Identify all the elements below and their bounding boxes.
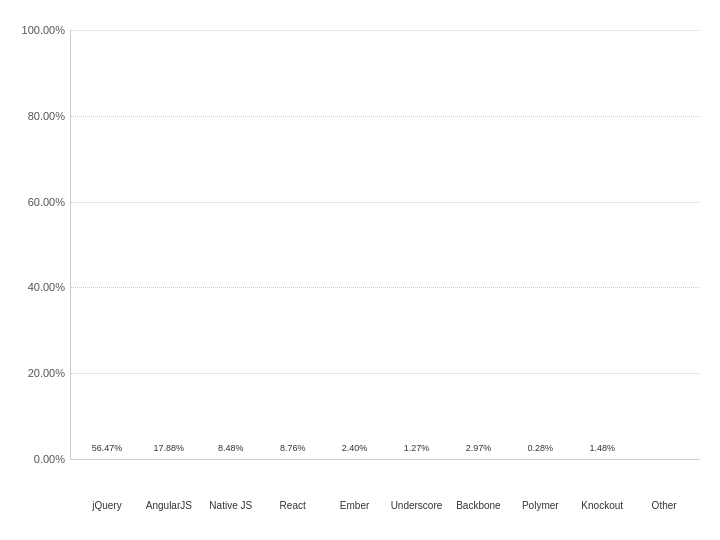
bar-value-label: 8.76% xyxy=(280,443,306,453)
x-axis-label: Polymer xyxy=(522,500,559,511)
y-axis-label: 80.00% xyxy=(28,110,71,122)
x-axis-label: AngularJS xyxy=(146,500,192,511)
bar-value-label: 2.97% xyxy=(466,443,492,453)
x-axis-label: jQuery xyxy=(92,500,121,511)
bars-container: 56.47%jQuery17.88%AngularJS8.48%Native J… xyxy=(71,30,700,459)
y-axis-label: 100.00% xyxy=(22,24,71,36)
bar-value-label: 0.28% xyxy=(528,443,554,453)
x-axis-label: Knockout xyxy=(581,500,623,511)
bar-value-label: 56.47% xyxy=(92,443,123,453)
y-axis-label: 40.00% xyxy=(28,281,71,293)
y-axis-label: 60.00% xyxy=(28,196,71,208)
bar-value-label: 2.40% xyxy=(342,443,368,453)
bar-value-label: 17.88% xyxy=(154,443,185,453)
x-axis-label: Native JS xyxy=(209,500,252,511)
chart-area: 100.00%80.00%60.00%40.00%20.00%0.00%56.4… xyxy=(70,30,700,460)
chart-container: 100.00%80.00%60.00%40.00%20.00%0.00%56.4… xyxy=(0,0,720,540)
bar-value-label: 8.48% xyxy=(218,443,244,453)
x-axis-label: React xyxy=(280,500,306,511)
grid-line xyxy=(71,459,700,460)
bar-value-label: 1.48% xyxy=(589,443,615,453)
x-axis-label: Backbone xyxy=(456,500,500,511)
x-axis-label: Underscore xyxy=(391,500,443,511)
y-axis-label: 0.00% xyxy=(34,453,71,465)
x-axis-label: Other xyxy=(652,500,677,511)
y-axis-label: 20.00% xyxy=(28,367,71,379)
x-axis-label: Ember xyxy=(340,500,369,511)
bar-value-label: 1.27% xyxy=(404,443,430,453)
